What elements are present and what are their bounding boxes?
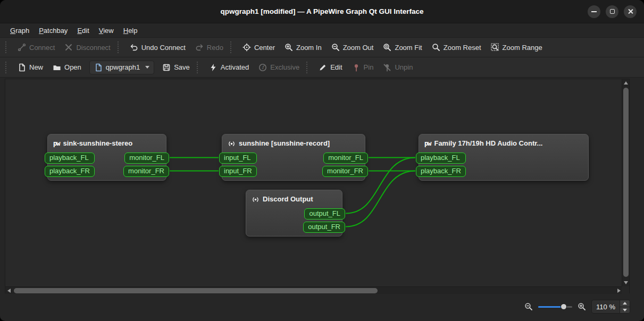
spin-up-icon <box>623 302 627 305</box>
port-input[interactable]: playback_FR <box>45 166 95 177</box>
window-title: qpwgraph1 [modified] — A PipeWire Graph … <box>220 7 423 15</box>
toolbar-handle[interactable] <box>197 62 201 73</box>
node-ports: playback_FL playback_FR <box>419 153 588 177</box>
menu-graph[interactable]: Graph <box>5 24 34 37</box>
scroll-right-arrow[interactable] <box>617 289 621 293</box>
open-label: Open <box>64 63 81 71</box>
redo-button[interactable]: Redo <box>190 40 228 54</box>
zoom-spin-down-button[interactable] <box>620 307 630 314</box>
unpin-icon <box>383 63 391 72</box>
node-title: sink-sunshine-stereo <box>63 137 132 150</box>
maximize-button[interactable] <box>606 5 618 18</box>
exclusive-button[interactable]: f Exclusive <box>254 61 304 74</box>
exclusive-icon: f <box>258 63 267 72</box>
zoom-value: 110 % <box>592 300 620 313</box>
scroll-up-arrow[interactable] <box>624 81 628 85</box>
node-sunshine-record[interactable]: sunshine [sunshine-record] input_FL inpu… <box>222 134 365 181</box>
titlebar[interactable]: qpwgraph1 [modified] — A PipeWire Graph … <box>0 0 644 23</box>
zoom-in-button[interactable]: Zoom In <box>280 40 327 54</box>
zoom-range-button[interactable]: Zoom Range <box>486 40 547 54</box>
toolbar-handle[interactable] <box>5 62 10 73</box>
node-discord-output[interactable]: Discord Output output_FL output_FR <box>246 190 342 236</box>
port-input[interactable]: playback_FL <box>416 153 466 164</box>
toolbar-handle[interactable] <box>5 41 10 53</box>
zoom-fit-icon <box>383 43 391 52</box>
horizontal-scrollbar-thumb[interactable] <box>14 288 378 293</box>
minimize-icon <box>591 11 597 12</box>
menu-edit[interactable]: Edit <box>72 24 94 37</box>
minimize-button[interactable] <box>588 5 600 18</box>
pin-button[interactable]: Pin <box>347 61 379 74</box>
zoom-in-icon[interactable] <box>578 302 586 311</box>
save-button[interactable]: Save <box>157 61 195 74</box>
horizontal-scrollbar[interactable] <box>5 286 623 294</box>
open-button[interactable]: Open <box>48 61 86 74</box>
graph-canvas[interactable]: pw sink-sunshine-stereo playback_FL play… <box>5 79 623 286</box>
connections-layer <box>5 79 623 286</box>
node-title-bar: pw sink-sunshine-stereo <box>48 137 166 150</box>
toolbar-handle[interactable] <box>230 41 235 53</box>
port-output[interactable]: monitor_FR <box>322 166 368 177</box>
activated-bolt-icon <box>209 63 218 72</box>
activated-button[interactable]: Activated <box>204 61 254 74</box>
patchbay-selector-value: qpwgraph1 <box>106 63 140 71</box>
vertical-scrollbar[interactable] <box>622 79 629 286</box>
chevron-down-icon <box>145 66 149 69</box>
zoom-range-icon <box>491 43 499 52</box>
port-output[interactable]: output_FL <box>304 208 345 219</box>
zoom-out-icon <box>331 43 340 52</box>
spin-down-icon <box>623 309 627 311</box>
disconnect-icon <box>64 43 73 52</box>
zoom-fit-label: Zoom Fit <box>395 44 422 52</box>
save-label: Save <box>174 63 190 71</box>
menubar: Graph Patchbay Edit View Help <box>0 23 644 38</box>
port-input[interactable]: playback_FL <box>45 153 95 164</box>
port-output[interactable]: output_FR <box>303 222 345 233</box>
scroll-down-arrow[interactable] <box>624 281 628 284</box>
connect-icon <box>18 43 26 52</box>
close-button[interactable] <box>624 5 637 18</box>
pipewire-icon: pw <box>424 137 431 150</box>
new-button[interactable]: New <box>13 61 48 74</box>
port-input[interactable]: playback_FR <box>416 166 466 177</box>
port-output[interactable]: monitor_FL <box>323 153 368 164</box>
file-toolbar: New Open qpwgraph1 Save Act <box>0 57 644 78</box>
zoom-spinbox[interactable]: 110 % <box>591 300 630 314</box>
patchbay-file-icon <box>94 63 103 72</box>
port-input[interactable]: input_FR <box>219 166 257 177</box>
undo-connect-button[interactable]: Undo Connect <box>125 40 190 54</box>
unpin-button[interactable]: Unpin <box>378 61 417 74</box>
node-title: Family 17h/19h HD Audio Contr... <box>434 137 542 150</box>
menu-view[interactable]: View <box>94 24 119 37</box>
port-output[interactable]: monitor_FL <box>124 153 169 164</box>
zoom-range-label: Zoom Range <box>503 44 542 52</box>
pipewire-icon: pw <box>53 137 60 150</box>
edit-button[interactable]: Edit <box>314 61 347 74</box>
scroll-left-arrow[interactable] <box>7 289 11 293</box>
center-button[interactable]: Center <box>238 40 280 54</box>
zoom-out-button[interactable]: Zoom Out <box>327 40 379 54</box>
zoom-out-icon[interactable] <box>524 302 533 311</box>
toolbar-handle[interactable] <box>306 62 311 73</box>
zoom-slider[interactable] <box>538 303 572 310</box>
exclusive-label: Exclusive <box>270 63 299 71</box>
port-input[interactable]: input_FL <box>219 153 257 164</box>
node-title-bar: sunshine [sunshine-record] <box>222 137 365 150</box>
port-output[interactable]: monitor_FR <box>123 166 169 177</box>
zoom-fit-button[interactable]: Zoom Fit <box>378 40 426 54</box>
zoom-spin-up-button[interactable] <box>620 300 630 307</box>
vertical-scrollbar-thumb[interactable] <box>623 88 629 277</box>
menu-help[interactable]: Help <box>119 24 143 37</box>
menu-patchbay[interactable]: Patchbay <box>34 24 72 37</box>
redo-icon <box>195 43 204 52</box>
zoom-reset-button[interactable]: Zoom Reset <box>427 40 486 54</box>
node-title-bar: pw Family 17h/19h HD Audio Contr... <box>419 137 588 150</box>
connect-button[interactable]: Connect <box>13 40 60 54</box>
toolbar-handle[interactable] <box>118 41 122 53</box>
patchbay-selector[interactable]: qpwgraph1 <box>89 61 154 74</box>
disconnect-button[interactable]: Disconnect <box>60 40 115 54</box>
node-sink-sunshine-stereo[interactable]: pw sink-sunshine-stereo playback_FL play… <box>47 134 166 181</box>
node-family-hd-audio[interactable]: pw Family 17h/19h HD Audio Contr... play… <box>419 134 589 181</box>
pin-icon <box>352 63 361 72</box>
zoom-slider-handle[interactable] <box>561 303 567 310</box>
